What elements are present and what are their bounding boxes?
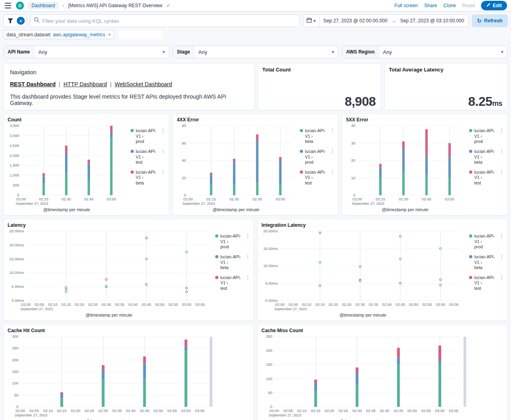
legend-options-icon[interactable]: ⋮: [246, 234, 250, 239]
svg-text:02:00: 02:00: [183, 197, 193, 201]
legend-options-icon[interactable]: ⋮: [161, 170, 166, 175]
breadcrumb-dashboard-link[interactable]: Dashboard: [28, 2, 59, 9]
legend-options-icon[interactable]: ⋮: [246, 275, 250, 280]
panel-cache-hit-count-chart: Cache Hit Count 05010015020025030002:000…: [3, 324, 254, 420]
legend-options-icon[interactable]: ⋮: [161, 128, 166, 133]
svg-text:03:05: 03:05: [449, 408, 458, 413]
svg-text:02:40: 02:40: [382, 302, 392, 307]
cache-hit-count-chart-plot[interactable]: 05010015020025030002:0002:0502:1002:1502…: [5, 333, 213, 419]
search-input[interactable]: [42, 18, 296, 24]
legend-item[interactable]: lucian-API-V1 ›beta⋮: [469, 149, 504, 165]
legend-item[interactable]: lucian-API-V1 ›beta⋮: [469, 254, 504, 271]
svg-text:25.00ms: 25.00ms: [10, 229, 24, 233]
legend-item[interactable]: lucian-API-V1 ›beta⋮: [215, 254, 250, 271]
clone-button[interactable]: Clone: [444, 3, 456, 8]
legend-label: lucian-API-V1 ›beta: [220, 254, 244, 271]
refresh-button[interactable]: ↻ Refresh: [472, 14, 508, 27]
svg-text:02:35: 02:35: [366, 408, 376, 413]
legend-options-icon[interactable]: ⋮: [330, 128, 335, 133]
legend-item[interactable]: lucian-API-V1 ›prod⋮: [300, 149, 335, 165]
4xx-error-chart-plot[interactable]: 02040608002:0002:1502:3002:4503:00Septem…: [174, 123, 297, 207]
legend-item[interactable]: lucian-API-V1 ›prod⋮: [469, 234, 504, 250]
hamburger-menu-icon[interactable]: [4, 2, 12, 9]
svg-text:15.00ms: 15.00ms: [263, 246, 278, 251]
http-dashboard-link[interactable]: HTTP Dashboard: [63, 81, 107, 87]
svg-text:02:00: 02:00: [275, 302, 285, 307]
svg-text:5.00ms: 5.00ms: [12, 284, 24, 289]
legend-item[interactable]: lucian-API-V1 ›test⋮: [300, 170, 335, 186]
svg-text:02:45: 02:45: [396, 302, 405, 307]
svg-text:03:00: 03:00: [181, 408, 191, 413]
aws-region-select[interactable]: Any ▾: [379, 46, 507, 58]
legend-options-icon[interactable]: ⋮: [499, 275, 504, 280]
series-color-dot: [469, 234, 472, 238]
integration-latency-chart-plot[interactable]: 0.00ms5.00ms10.00ms15.00ms20.00ms02:0002…: [259, 228, 467, 313]
legend-options-icon[interactable]: ⋮: [499, 254, 504, 260]
latency-chart-plot[interactable]: 0.00ms5.00ms10.00ms15.00ms20.00ms25.00ms…: [5, 228, 213, 313]
navigation-description: This dashboard provides Stage level metr…: [10, 93, 248, 106]
legend-options-icon[interactable]: ⋮: [161, 149, 166, 154]
legend-options-icon[interactable]: ⋮: [499, 149, 504, 154]
control-api-name: API Name Any ▾: [3, 46, 169, 58]
api-name-select[interactable]: Any ▾: [34, 46, 169, 58]
metric-title: Total Average Latency: [385, 63, 507, 76]
legend-options-icon[interactable]: ⋮: [246, 254, 250, 260]
filter-funnel-icon[interactable]: [5, 16, 16, 26]
legend-options-icon[interactable]: ⋮: [330, 149, 335, 154]
date-range-end[interactable]: Sep 27, 2023 @ 03:10:00.000: [396, 18, 468, 24]
legend-item[interactable]: lucian-API-V1 ›beta⋮: [300, 128, 335, 145]
stage-select[interactable]: Any ▾: [194, 46, 338, 58]
svg-text:02:30: 02:30: [230, 197, 239, 201]
legend-item[interactable]: lucian-API-V1 ›test⋮: [131, 149, 166, 165]
x-axis-title: @timestamp per minute: [5, 207, 128, 214]
svg-text:02:15: 02:15: [61, 302, 71, 307]
edit-button[interactable]: Edit: [481, 1, 507, 10]
svg-text:02:25: 02:25: [339, 408, 348, 413]
legend-options-icon[interactable]: ⋮: [499, 234, 504, 239]
svg-text:02:00: 02:00: [353, 197, 362, 201]
svg-text:02:00: 02:00: [269, 408, 279, 413]
svg-text:02:15: 02:15: [206, 197, 216, 201]
legend-item[interactable]: lucian-API-V1 ›prod⋮: [469, 128, 504, 145]
5xx-error-chart-plot[interactable]: 01020304002:0002:1502:3002:4503:00Septem…: [344, 123, 467, 207]
legend-item[interactable]: lucian-API-V1 ›test⋮: [469, 170, 504, 186]
date-range-start[interactable]: Sep 27, 2023 @ 02:00:00.000: [319, 18, 391, 24]
cache-miss-count-chart-plot[interactable]: 05010015020025002:0002:0502:1002:1502:20…: [259, 333, 467, 419]
full-screen-button[interactable]: Full screen: [394, 3, 418, 8]
panel-title: Cache Hit Count: [4, 325, 254, 333]
svg-text:02:10: 02:10: [43, 408, 53, 413]
count-chart-plot[interactable]: 05001,0001,5002,0002,5003,0003,50002:000…: [5, 123, 128, 207]
share-button[interactable]: Share: [424, 3, 437, 8]
legend-options-icon[interactable]: ⋮: [330, 170, 335, 175]
remove-filter-icon[interactable]: ×: [108, 32, 111, 38]
filter-pill-datastream[interactable]: data_stream.dataset: aws.apigateway_metr…: [3, 30, 114, 39]
svg-text:2,000: 2,000: [10, 153, 19, 158]
legend-label: lucian-API-V1 ›beta: [136, 170, 159, 186]
legend-item[interactable]: lucian-API-V1 ›prod⋮: [131, 128, 166, 145]
reset-button[interactable]: Reset: [462, 3, 475, 8]
series-color-dot: [131, 150, 134, 153]
legend-options-icon[interactable]: ⋮: [499, 128, 504, 133]
legend-item[interactable]: lucian-API-V1 ›test⋮: [469, 275, 504, 291]
chart-legend: lucian-API-V1 ›prod⋮lucian-API-V1 ›beta⋮…: [467, 123, 506, 214]
refresh-button-label: Refresh: [484, 18, 503, 24]
calendar-dropdown-button[interactable]: ▾: [303, 15, 319, 27]
legend-item[interactable]: lucian-API-V1 ›beta⋮: [131, 170, 166, 186]
svg-text:500: 500: [13, 183, 19, 187]
add-filter-button[interactable]: +: [17, 17, 25, 25]
space-avatar[interactable]: D: [16, 2, 24, 10]
svg-text:1,000: 1,000: [10, 173, 19, 177]
chevron-down-icon: ▾: [501, 49, 503, 55]
svg-text:02:30: 02:30: [355, 302, 365, 307]
legend-options-icon[interactable]: ⋮: [499, 170, 504, 175]
svg-text:40: 40: [182, 158, 186, 162]
saved-check-icon: ✓: [166, 3, 170, 8]
legend-item[interactable]: lucian-API-V1 ›prod⋮: [215, 234, 250, 250]
rest-dashboard-link[interactable]: REST Dashboard: [10, 81, 55, 87]
metric-unit: ms: [492, 99, 502, 107]
svg-text:200: 200: [266, 348, 272, 353]
websocket-dashboard-link[interactable]: WebSocket Dashboard: [115, 81, 172, 87]
series-color-dot: [215, 255, 218, 258]
legend-item[interactable]: lucian-API-V1 ›test⋮: [215, 275, 250, 291]
series-color-dot: [469, 129, 472, 132]
